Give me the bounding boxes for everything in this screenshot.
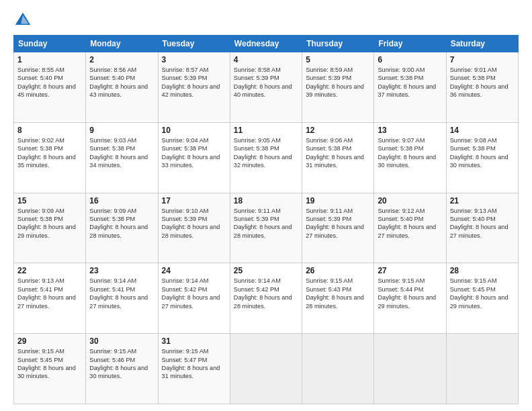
day-number: 6 [378, 55, 442, 64]
day-number: 14 [450, 126, 515, 135]
day-number: 17 [162, 196, 226, 205]
day-header-sunday: Sunday [14, 36, 86, 52]
calendar-cell: 10Sunrise: 9:04 AMSunset: 5:38 PMDayligh… [158, 122, 230, 193]
cell-info: Sunrise: 9:14 AMSunset: 5:42 PMDaylight:… [162, 277, 220, 309]
day-number: 2 [89, 55, 154, 64]
calendar-cell: 31Sunrise: 9:15 AMSunset: 5:47 PMDayligh… [158, 334, 230, 404]
week-row-3: 15Sunrise: 9:09 AMSunset: 5:38 PMDayligh… [14, 193, 519, 263]
day-number: 29 [17, 336, 82, 346]
day-header-tuesday: Tuesday [158, 36, 230, 52]
week-row-5: 29Sunrise: 9:15 AMSunset: 5:45 PMDayligh… [14, 334, 519, 404]
calendar-cell: 12Sunrise: 9:06 AMSunset: 5:38 PMDayligh… [302, 122, 374, 193]
cell-info: Sunrise: 9:13 AMSunset: 5:41 PMDaylight:… [17, 277, 76, 309]
day-header-friday: Friday [374, 36, 446, 52]
cell-info: Sunrise: 9:15 AMSunset: 5:46 PMDaylight:… [89, 348, 148, 379]
cell-info: Sunrise: 9:11 AMSunset: 5:39 PMDaylight:… [306, 208, 364, 239]
calendar-cell: 29Sunrise: 9:15 AMSunset: 5:45 PMDayligh… [14, 334, 86, 404]
day-number: 20 [378, 196, 442, 205]
cell-info: Sunrise: 9:05 AMSunset: 5:38 PMDaylight:… [234, 137, 292, 169]
day-number: 28 [450, 266, 515, 275]
cell-info: Sunrise: 8:59 AMSunset: 5:39 PMDaylight:… [306, 66, 364, 98]
calendar-body: 1Sunrise: 8:55 AMSunset: 5:40 PMDaylight… [14, 52, 519, 404]
cell-info: Sunrise: 9:00 AMSunset: 5:38 PMDaylight:… [378, 66, 436, 98]
day-number: 8 [17, 126, 82, 135]
calendar-cell: 22Sunrise: 9:13 AMSunset: 5:41 PMDayligh… [14, 263, 86, 334]
day-number: 19 [306, 196, 370, 205]
day-number: 26 [306, 266, 370, 275]
day-number: 24 [162, 266, 226, 275]
cell-info: Sunrise: 8:55 AMSunset: 5:40 PMDaylight:… [17, 66, 76, 98]
week-row-4: 22Sunrise: 9:13 AMSunset: 5:41 PMDayligh… [14, 263, 519, 334]
calendar-cell: 21Sunrise: 9:13 AMSunset: 5:40 PMDayligh… [446, 193, 518, 263]
day-number: 21 [450, 196, 515, 205]
calendar-cell: 26Sunrise: 9:15 AMSunset: 5:43 PMDayligh… [302, 263, 374, 334]
calendar-cell: 15Sunrise: 9:09 AMSunset: 5:38 PMDayligh… [14, 193, 86, 263]
cell-info: Sunrise: 9:07 AMSunset: 5:38 PMDaylight:… [378, 137, 436, 169]
calendar-cell: 18Sunrise: 9:11 AMSunset: 5:39 PMDayligh… [230, 193, 302, 263]
calendar-table: SundayMondayTuesdayWednesdayThursdayFrid… [13, 35, 519, 404]
calendar-cell: 13Sunrise: 9:07 AMSunset: 5:38 PMDayligh… [374, 122, 446, 193]
calendar-cell: 5Sunrise: 8:59 AMSunset: 5:39 PMDaylight… [302, 52, 374, 123]
calendar-cell [302, 334, 374, 404]
logo [13, 11, 35, 30]
calendar-cell: 30Sunrise: 9:15 AMSunset: 5:46 PMDayligh… [86, 334, 158, 404]
cell-info: Sunrise: 9:11 AMSunset: 5:39 PMDaylight:… [234, 208, 292, 239]
cell-info: Sunrise: 9:09 AMSunset: 5:38 PMDaylight:… [89, 208, 148, 239]
day-number: 25 [234, 266, 298, 275]
cell-info: Sunrise: 9:04 AMSunset: 5:38 PMDaylight:… [162, 137, 220, 169]
calendar-cell: 2Sunrise: 8:56 AMSunset: 5:40 PMDaylight… [86, 52, 158, 123]
day-number: 3 [162, 55, 226, 64]
day-number: 11 [234, 126, 298, 135]
calendar-cell: 1Sunrise: 8:55 AMSunset: 5:40 PMDaylight… [14, 52, 86, 123]
page: SundayMondayTuesdayWednesdayThursdayFrid… [0, 0, 532, 411]
calendar-cell: 9Sunrise: 9:03 AMSunset: 5:38 PMDaylight… [86, 122, 158, 193]
cell-info: Sunrise: 8:57 AMSunset: 5:39 PMDaylight:… [162, 66, 220, 98]
cell-info: Sunrise: 9:09 AMSunset: 5:38 PMDaylight:… [17, 208, 76, 239]
cell-info: Sunrise: 9:01 AMSunset: 5:38 PMDaylight:… [450, 66, 508, 98]
day-number: 10 [162, 126, 226, 135]
header [13, 11, 519, 30]
cell-info: Sunrise: 9:14 AMSunset: 5:42 PMDaylight:… [234, 277, 292, 309]
day-number: 22 [17, 266, 82, 275]
cell-info: Sunrise: 9:15 AMSunset: 5:45 PMDaylight:… [17, 348, 76, 379]
calendar-cell: 25Sunrise: 9:14 AMSunset: 5:42 PMDayligh… [230, 263, 302, 334]
day-number: 16 [89, 196, 154, 205]
calendar-cell: 6Sunrise: 9:00 AMSunset: 5:38 PMDaylight… [374, 52, 446, 123]
calendar-cell: 24Sunrise: 9:14 AMSunset: 5:42 PMDayligh… [158, 263, 230, 334]
calendar-cell: 17Sunrise: 9:10 AMSunset: 5:39 PMDayligh… [158, 193, 230, 263]
calendar-cell: 20Sunrise: 9:12 AMSunset: 5:40 PMDayligh… [374, 193, 446, 263]
day-number: 15 [17, 196, 82, 205]
day-header-wednesday: Wednesday [230, 36, 302, 52]
day-number: 13 [378, 126, 442, 135]
day-number: 23 [89, 266, 154, 275]
calendar-cell [374, 334, 446, 404]
calendar-cell: 14Sunrise: 9:08 AMSunset: 5:38 PMDayligh… [446, 122, 518, 193]
calendar-cell: 3Sunrise: 8:57 AMSunset: 5:39 PMDaylight… [158, 52, 230, 123]
logo-icon [13, 11, 32, 30]
day-number: 31 [162, 336, 226, 346]
calendar-cell [230, 334, 302, 404]
cell-info: Sunrise: 9:10 AMSunset: 5:39 PMDaylight:… [162, 208, 220, 239]
calendar-cell: 8Sunrise: 9:02 AMSunset: 5:38 PMDaylight… [14, 122, 86, 193]
day-number: 9 [89, 126, 154, 135]
cell-info: Sunrise: 9:15 AMSunset: 5:45 PMDaylight:… [450, 277, 508, 309]
day-number: 7 [450, 55, 515, 64]
calendar-cell: 4Sunrise: 8:58 AMSunset: 5:39 PMDaylight… [230, 52, 302, 123]
cell-info: Sunrise: 8:56 AMSunset: 5:40 PMDaylight:… [89, 66, 148, 98]
calendar-cell: 16Sunrise: 9:09 AMSunset: 5:38 PMDayligh… [86, 193, 158, 263]
day-header-monday: Monday [86, 36, 158, 52]
day-number: 1 [17, 55, 82, 64]
day-number: 4 [234, 55, 298, 64]
cell-info: Sunrise: 9:14 AMSunset: 5:41 PMDaylight:… [89, 277, 148, 309]
cell-info: Sunrise: 9:15 AMSunset: 5:43 PMDaylight:… [306, 277, 364, 309]
cell-info: Sunrise: 9:02 AMSunset: 5:38 PMDaylight:… [17, 137, 76, 169]
calendar-cell: 23Sunrise: 9:14 AMSunset: 5:41 PMDayligh… [86, 263, 158, 334]
cell-info: Sunrise: 9:12 AMSunset: 5:40 PMDaylight:… [378, 208, 436, 239]
calendar-cell: 7Sunrise: 9:01 AMSunset: 5:38 PMDaylight… [446, 52, 518, 123]
day-number: 27 [378, 266, 442, 275]
day-number: 5 [306, 55, 370, 64]
cell-info: Sunrise: 9:13 AMSunset: 5:40 PMDaylight:… [450, 208, 508, 239]
cell-info: Sunrise: 9:03 AMSunset: 5:38 PMDaylight:… [89, 137, 148, 169]
calendar-cell: 19Sunrise: 9:11 AMSunset: 5:39 PMDayligh… [302, 193, 374, 263]
calendar-cell [446, 334, 518, 404]
